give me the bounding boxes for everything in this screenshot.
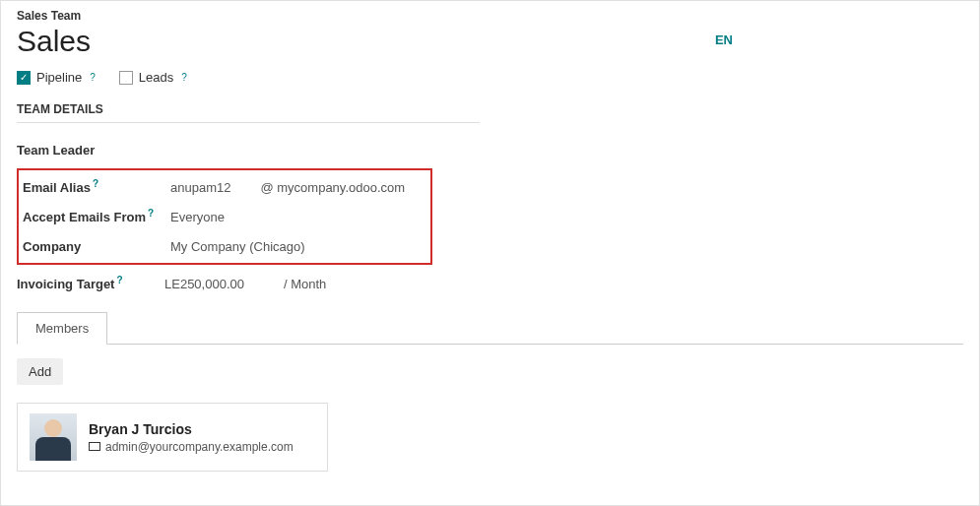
accept-emails-row: Accept Emails From? Everyone — [23, 202, 426, 231]
invoicing-target-label: Invoicing Target? — [17, 275, 164, 291]
member-card[interactable]: Bryan J Turcios admin@yourcompany.exampl… — [17, 403, 328, 472]
help-icon[interactable]: ? — [181, 72, 187, 83]
add-button[interactable]: Add — [17, 358, 63, 385]
leads-label: Leads — [139, 70, 173, 85]
accept-emails-select[interactable]: Everyone — [170, 210, 426, 224]
breadcrumb-label: Sales Team — [17, 9, 963, 23]
tabs: Members — [17, 312, 963, 345]
email-alias-label: Email Alias? — [23, 178, 170, 195]
highlighted-fields: Email Alias? anupam12 @ mycompany.odoo.c… — [17, 168, 432, 265]
envelope-icon — [89, 442, 100, 451]
form-area: Team Leader Email Alias? anupam12 @ myco… — [17, 135, 490, 298]
help-icon[interactable]: ? — [93, 178, 98, 189]
invoicing-target-row: Invoicing Target? LE250,000.00 / Month — [17, 269, 490, 298]
help-icon[interactable]: ? — [116, 275, 122, 285]
options-row: ✓ Pipeline ? Leads ? — [17, 70, 963, 85]
tab-members[interactable]: Members — [17, 312, 107, 345]
email-alias-row: Email Alias? anupam12 @ mycompany.odoo.c… — [23, 172, 426, 202]
pipeline-label: Pipeline — [36, 70, 82, 85]
company-select[interactable]: My Company (Chicago) — [170, 239, 426, 254]
language-button[interactable]: EN — [715, 32, 733, 47]
page-title: Sales — [17, 25, 963, 58]
team-leader-row: Team Leader — [17, 135, 490, 164]
company-row: Company My Company (Chicago) — [23, 231, 426, 261]
company-label: Company — [23, 239, 170, 254]
member-info: Bryan J Turcios admin@yourcompany.exampl… — [89, 421, 315, 454]
help-icon[interactable]: ? — [90, 72, 96, 83]
member-email: admin@yourcompany.example.com — [89, 440, 315, 454]
section-title: TEAM DETAILS — [17, 102, 480, 123]
avatar — [30, 413, 77, 461]
team-leader-label: Team Leader — [17, 143, 164, 158]
email-domain: @ mycompany.odoo.com — [260, 180, 405, 195]
leads-checkbox[interactable]: Leads ? — [119, 70, 187, 85]
help-icon[interactable]: ? — [148, 208, 154, 219]
accept-emails-label: Accept Emails From? — [23, 208, 170, 224]
checkbox-icon — [119, 71, 133, 85]
checkbox-icon: ✓ — [17, 71, 31, 85]
invoicing-target-input[interactable]: LE250,000.00 — [164, 277, 244, 291]
pipeline-checkbox[interactable]: ✓ Pipeline ? — [17, 70, 96, 85]
invoicing-unit: / Month — [284, 277, 326, 291]
email-alias-input[interactable]: anupam12 — [170, 180, 230, 195]
member-name: Bryan J Turcios — [89, 421, 315, 437]
